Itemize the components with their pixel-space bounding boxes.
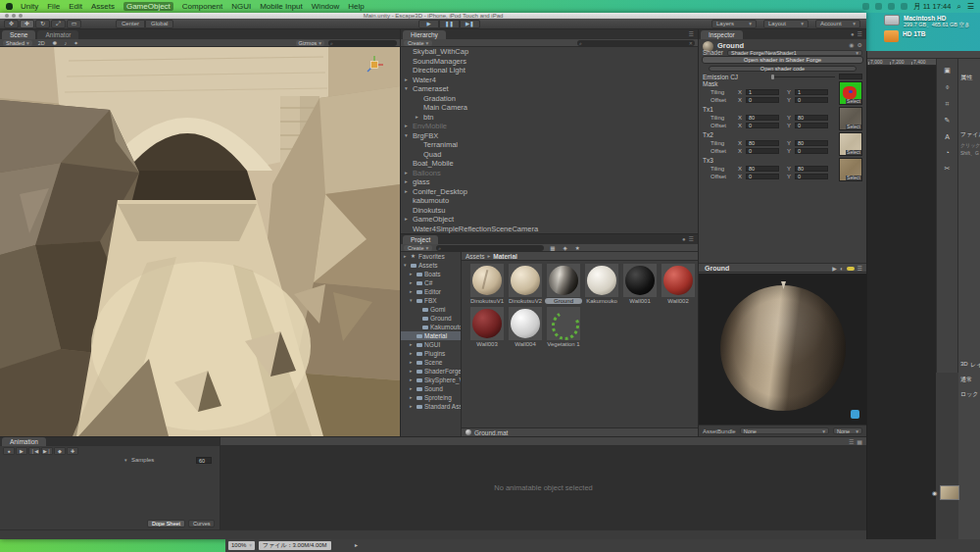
close-icon[interactable]: ✕ xyxy=(689,40,693,46)
menubar-item-window[interactable]: Window xyxy=(312,2,339,11)
assetbundle-dropdown[interactable]: None ▾ xyxy=(740,427,829,434)
hierarchy-item[interactable]: ▾Cameraset xyxy=(401,84,698,94)
step-button[interactable]: ▶❚ xyxy=(460,20,480,28)
shading-mode-dropdown[interactable]: Shaded▾ xyxy=(3,40,32,46)
hierarchy-item[interactable]: ▾BrgFBX xyxy=(401,131,698,141)
offset-y-field[interactable]: 0 xyxy=(795,174,828,179)
project-tree-item[interactable]: ▾Assets xyxy=(401,261,461,270)
collapse-arrow-icon[interactable]: ▸ xyxy=(410,287,413,296)
layers-tab-3d[interactable]: 3D xyxy=(960,361,968,367)
panel-label[interactable]: Shift、G xyxy=(960,150,979,156)
scale-tool[interactable]: ⤢ xyxy=(51,20,66,28)
pin-icon[interactable] xyxy=(847,267,855,271)
expand-arrow-icon[interactable]: ▾ xyxy=(405,84,408,94)
hierarchy-item[interactable]: Main Camera xyxy=(401,103,698,113)
spotlight-icon[interactable]: ⌕ xyxy=(956,2,960,12)
hierarchy-item[interactable]: ▸glass xyxy=(401,177,698,187)
collapse-arrow-icon[interactable]: ▸ xyxy=(410,367,413,376)
project-tree-item[interactable]: ▸Scene xyxy=(401,358,461,367)
assetbundle-browser-icon[interactable] xyxy=(851,410,859,419)
curves-button[interactable]: Curves xyxy=(188,520,215,527)
lock-icon[interactable]: ● xyxy=(851,30,855,38)
collapse-arrow-icon[interactable]: ▸ xyxy=(404,252,407,261)
shape-tool[interactable]: ◔ xyxy=(945,149,949,156)
texture-thumbnail[interactable]: Select xyxy=(839,132,862,156)
material-item[interactable]: Kakumouko xyxy=(583,264,620,304)
hierarchy-item[interactable]: Boat_Mobile xyxy=(401,159,698,169)
material-item[interactable]: DinokutsuV2 xyxy=(507,264,544,304)
eye-icon[interactable]: ◉ xyxy=(932,489,937,496)
grid-icon[interactable]: ▦ xyxy=(857,438,862,445)
collapse-arrow-icon[interactable]: ▸ xyxy=(410,402,413,411)
hierarchy-item[interactable]: ▸EnvMobile xyxy=(401,122,698,131)
collapse-arrow-icon[interactable]: ▸ xyxy=(405,187,408,197)
pivot-toggle-button[interactable]: Center xyxy=(116,20,145,28)
photoshop-layer-row[interactable]: ◉ xyxy=(932,485,959,500)
crop-tool[interactable]: ⌗ xyxy=(946,100,950,108)
project-tree-item[interactable]: ▸Standard Assets xyxy=(401,402,461,411)
collapse-arrow-icon[interactable]: ▸ xyxy=(410,270,413,278)
hierarchy-item[interactable]: Gradation xyxy=(401,94,698,104)
project-tree-item[interactable]: ▸★Favorites xyxy=(401,252,461,261)
samples-field[interactable]: 60 xyxy=(196,457,212,464)
timeline-ruler[interactable]: ☰ ▦ xyxy=(220,437,866,446)
project-tree-item[interactable]: ▸C# xyxy=(401,278,461,287)
play-button[interactable]: ▶ xyxy=(418,20,439,28)
tab-inspector[interactable]: Inspector xyxy=(701,30,743,39)
expand-arrow-icon[interactable]: ▾ xyxy=(410,296,413,305)
hierarchy-item[interactable]: Quad xyxy=(401,150,698,160)
move-tool[interactable]: ✛ xyxy=(20,20,34,28)
offset-y-field[interactable]: 0 xyxy=(795,97,828,103)
tab-scene[interactable]: Scene xyxy=(2,30,35,39)
tiling-x-field[interactable]: 1 xyxy=(746,89,779,95)
project-tree-item[interactable]: ▸Plugins xyxy=(401,349,461,358)
texture-thumbnail[interactable]: Select xyxy=(839,81,862,105)
move-tool[interactable]: ▣ xyxy=(944,67,951,75)
preview-header[interactable]: Ground ▶ ◐ ☰ xyxy=(699,263,866,273)
menu-icon[interactable]: ☰ xyxy=(858,265,862,272)
status-icon[interactable] xyxy=(888,3,895,10)
rect-tool[interactable]: ▭ xyxy=(67,20,81,28)
project-tree-item[interactable]: ▸SkySphere_V1 xyxy=(401,376,461,384)
tiling-x-field[interactable]: 80 xyxy=(746,166,779,172)
project-search-input[interactable]: ⌕ xyxy=(436,245,544,251)
expand-arrow-icon[interactable]: ▾ xyxy=(405,131,408,141)
hand-tool[interactable]: ✥ xyxy=(4,20,19,28)
dopesheet-button[interactable]: Dope Sheet xyxy=(147,520,185,527)
audio-icon[interactable]: ♪ xyxy=(62,40,69,46)
collapse-arrow-icon[interactable]: ▸ xyxy=(405,177,408,187)
material-item[interactable]: Wall001 xyxy=(621,264,659,304)
create-button[interactable]: Create▾ xyxy=(404,245,432,251)
offset-y-field[interactable]: 0 xyxy=(795,148,828,154)
tab-hierarchy[interactable]: Hierarchy xyxy=(403,30,446,39)
hierarchy-item[interactable]: ▸Water4 xyxy=(401,75,698,85)
zoom-level-field[interactable]: 100% ▾ xyxy=(228,541,255,550)
tiling-x-field[interactable]: 80 xyxy=(746,140,779,146)
material-item[interactable]: Ground xyxy=(545,264,582,304)
menubar-item-gameobject[interactable]: GameObject xyxy=(123,2,173,11)
notification-center-icon[interactable]: ☰ xyxy=(967,2,974,11)
hierarchy-item[interactable]: Water4SimpleReflectionSceneCamera xyxy=(401,225,698,234)
texture-select-button[interactable]: Select xyxy=(846,99,861,104)
photoshop-canvas[interactable] xyxy=(867,66,936,552)
lock-icon[interactable]: ● xyxy=(682,235,686,243)
menubar-item-edit[interactable]: Edit xyxy=(69,2,82,11)
menu-icon[interactable]: ☰ xyxy=(689,30,694,38)
account-dropdown[interactable]: Account▾ xyxy=(815,20,860,28)
project-tree-item[interactable]: ▸NGUI xyxy=(401,340,461,349)
expand-arrow-icon[interactable]: ▾ xyxy=(404,261,407,270)
gizmos-dropdown[interactable]: Gizmos▾ xyxy=(296,40,324,46)
menubar-item-file[interactable]: File xyxy=(47,2,60,11)
help-icon[interactable]: ◉ xyxy=(849,41,854,48)
hierarchy-item[interactable]: Skyball_WithCap xyxy=(401,47,698,57)
apple-menu-icon[interactable] xyxy=(6,3,13,10)
pause-button[interactable]: ❚❚ xyxy=(439,20,460,28)
speed-icon[interactable]: ◐ xyxy=(840,266,844,272)
tab-animation[interactable]: Animation xyxy=(2,437,46,446)
project-tree-item[interactable]: ▸Sound xyxy=(401,384,461,393)
2d-toggle-button[interactable]: 2D xyxy=(36,40,47,46)
project-tree-item[interactable]: ▸ShaderForge xyxy=(401,367,461,376)
breadcrumb-material[interactable]: Material xyxy=(493,252,517,260)
menubar-item-unity[interactable]: Unity xyxy=(21,2,38,11)
project-tree-item[interactable]: ▾FBX xyxy=(401,296,461,305)
